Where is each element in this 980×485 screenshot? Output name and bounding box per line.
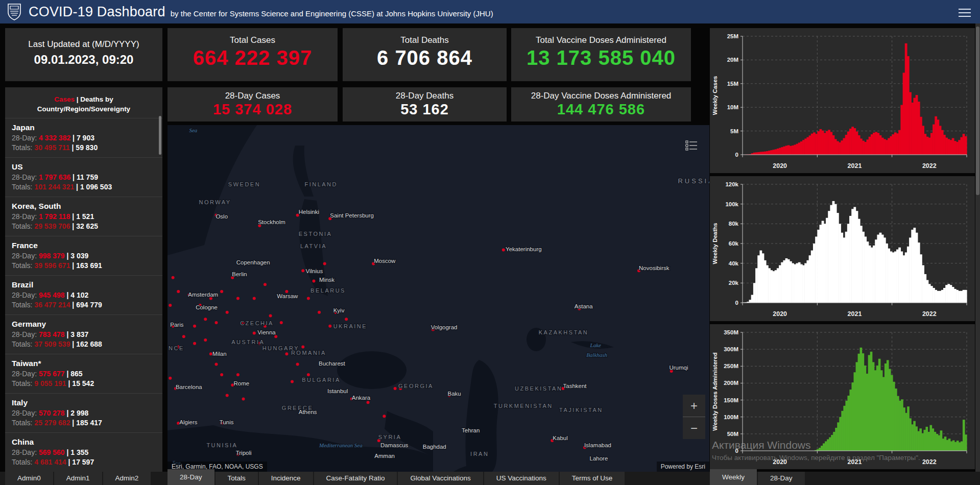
outbreak-dot[interactable] [394, 387, 397, 390]
outbreak-dot[interactable] [383, 415, 386, 418]
page-scrollbar-thumb[interactable] [976, 27, 979, 195]
outbreak-dot[interactable] [367, 401, 370, 404]
outbreak-dot[interactable] [214, 363, 218, 366]
map-label-city: Ankara [352, 395, 371, 401]
tab-28-day[interactable]: 28-Day [758, 472, 805, 485]
country-row[interactable]: Brazil28-Day: 945 498 | 4 102Totals: 36 … [5, 275, 162, 314]
country-row[interactable]: Japan28-Day: 4 332 382 | 7 903Totals: 30… [5, 118, 162, 157]
tab-global-vaccinations[interactable]: Global Vaccinations [398, 472, 483, 485]
zoom-out-button[interactable]: − [683, 417, 705, 439]
day28-deaths-label: 28-Day Deaths [343, 91, 507, 101]
country-row[interactable]: Taiwan*28-Day: 575 677 | 865Totals: 9 05… [5, 354, 162, 393]
tab-totals[interactable]: Totals [216, 472, 258, 485]
outbreak-dot[interactable] [226, 394, 229, 397]
outbreak-dot[interactable] [253, 331, 256, 334]
outbreak-dot[interactable] [193, 342, 196, 345]
outbreak-dot[interactable] [502, 248, 505, 251]
map-label-country: IRAN [470, 451, 489, 457]
country-list-scrollbar[interactable] [159, 116, 161, 155]
tab-us-vaccinations[interactable]: US Vaccinations [484, 472, 559, 485]
world-map[interactable]: SeaSWEDENFINLANDNORWAYRUSSIAOsloStockhol… [168, 125, 709, 472]
tab-incidence[interactable]: Incidence [259, 472, 313, 485]
country-row[interactable]: China28-Day: 569 560 | 1 355Totals: 4 68… [5, 432, 162, 472]
map-label-country: BELARUS [310, 287, 346, 294]
outbreak-dot[interactable] [204, 338, 207, 342]
outbreak-dot[interactable] [226, 311, 229, 314]
outbreak-dot[interactable] [296, 363, 299, 366]
outbreak-dot[interactable] [193, 325, 196, 328]
country-row[interactable]: US28-Day: 1 797 636 | 11 759Totals: 101 … [5, 157, 162, 197]
outbreak-dot[interactable] [307, 297, 310, 300]
outbreak-dot[interactable] [204, 318, 207, 321]
zoom-in-button[interactable]: + [683, 395, 705, 417]
outbreak-dot[interactable] [177, 290, 180, 293]
country-row[interactable]: Germany28-Day: 783 478 | 3 837Totals: 37… [5, 314, 162, 354]
svg-text:0: 0 [735, 448, 738, 454]
tab-admin2[interactable]: Admin2 [103, 472, 151, 485]
total-vaccine-value: 13 173 585 040 [511, 46, 691, 69]
total-deaths-value: 6 706 864 [343, 46, 507, 69]
country-totals-row: Totals: 4 681 414 | 17 597 [12, 457, 162, 467]
outbreak-dot[interactable] [269, 314, 272, 317]
outbreak-dot[interactable] [318, 311, 321, 314]
outbreak-dot[interactable] [328, 325, 331, 328]
outbreak-dot[interactable] [307, 373, 310, 376]
outbreak-dot[interactable] [242, 397, 245, 400]
page-title: COVID-19 Dashboard [29, 4, 165, 20]
day28-deaths-card: 28-Day Deaths 53 162 [343, 87, 507, 122]
layer-list-icon[interactable] [685, 139, 698, 152]
outbreak-dot[interactable] [301, 269, 304, 272]
outbreak-dot[interactable] [280, 321, 283, 324]
svg-text:Weekly Cases: Weekly Cases [712, 76, 718, 115]
tab-weekly[interactable]: Weekly [710, 469, 757, 485]
tab-case-fatality-ratio[interactable]: Case-Fatality Ratio [314, 472, 397, 485]
country-row[interactable]: Korea, South28-Day: 1 792 118 | 1 521Tot… [5, 197, 162, 236]
svg-text:0: 0 [735, 300, 738, 306]
outbreak-dot[interactable] [345, 318, 348, 321]
map-label-city: Tripoli [236, 450, 252, 456]
country-row[interactable]: Italy28-Day: 570 278 | 2 998Totals: 25 2… [5, 393, 162, 432]
outbreak-dot[interactable] [182, 335, 185, 338]
outbreak-dot[interactable] [209, 352, 212, 355]
map-label-city: Kabul [553, 435, 567, 441]
outbreak-dot[interactable] [323, 262, 326, 265]
outbreak-dot[interactable] [220, 290, 223, 293]
header-bar: COVID-19 Dashboard by the Center for Sys… [0, 0, 980, 23]
country-list: Japan28-Day: 4 332 382 | 7 903Totals: 30… [5, 118, 162, 472]
country-28day-row: 28-Day: 4 332 382 | 7 903 [12, 133, 162, 143]
tab-admin0[interactable]: Admin0 [5, 472, 53, 485]
country-name: Japan [12, 123, 162, 132]
outbreak-dot[interactable] [301, 346, 304, 349]
outbreak-dot[interactable] [312, 280, 315, 283]
tab-admin1[interactable]: Admin1 [54, 472, 102, 485]
outbreak-dot[interactable] [214, 321, 218, 324]
country-28day-row: 28-Day: 1 797 636 | 11 759 [12, 173, 162, 182]
outbreak-dot[interactable] [236, 297, 240, 300]
last-updated-label: Last Updated at (M/D/YYYY) [5, 39, 162, 50]
map-label-city: Istanbul [327, 388, 348, 394]
svg-text:2020: 2020 [773, 310, 787, 318]
map-label-city: Baghdad [423, 444, 446, 450]
map-label-city: Amman [374, 453, 395, 459]
map-label-water: Balkhash [586, 352, 607, 358]
outbreak-dot[interactable] [264, 283, 267, 286]
country-name: Taiwan* [12, 359, 162, 368]
tab-terms-of-use[interactable]: Terms of Use [560, 472, 625, 485]
page-scrollbar[interactable] [975, 23, 980, 485]
outbreak-dot[interactable] [291, 380, 294, 383]
map-label-city: Minsk [319, 277, 334, 283]
outbreak-dot[interactable] [236, 373, 240, 376]
outbreak-dot[interactable] [220, 373, 223, 376]
map-canvas[interactable]: SeaSWEDENFINLANDNORWAYRUSSIAOsloStockhol… [168, 125, 709, 472]
outbreak-dot[interactable] [169, 304, 172, 307]
tab-28-day[interactable]: 28-Day [168, 469, 214, 485]
country-totals-row: Totals: 29 539 706 | 32 625 [12, 222, 162, 231]
map-label-city: Novosibirsk [639, 265, 670, 271]
outbreak-dot[interactable] [253, 297, 256, 300]
outbreak-dot[interactable] [172, 276, 175, 279]
outbreak-dot[interactable] [285, 352, 288, 355]
country-row[interactable]: France28-Day: 998 379 | 3 039Totals: 39 … [5, 236, 162, 275]
menu-icon[interactable] [959, 6, 971, 16]
outbreak-dot[interactable] [169, 377, 172, 380]
country-totals-row: Totals: 25 279 682 | 185 417 [12, 418, 162, 428]
